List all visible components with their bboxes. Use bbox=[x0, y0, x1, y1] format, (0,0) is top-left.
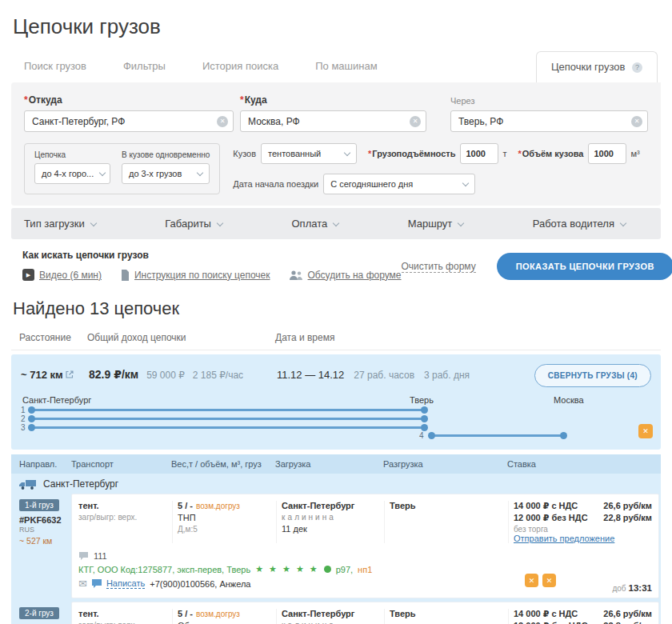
close-chain-icon[interactable]: ✕ bbox=[638, 424, 653, 438]
tab-search-history[interactable]: История поиска bbox=[202, 60, 278, 82]
chain-dates: 11.12 — 14.12 27 раб. часов 3 раб. дня bbox=[277, 369, 534, 381]
help-section: Как искать цепочки грузов ▶ Видео (6 мин… bbox=[11, 239, 661, 281]
capacity-input[interactable] bbox=[460, 143, 498, 164]
date-range: 11.12 — 14.12 bbox=[277, 369, 344, 381]
page: Цепочки грузов Поиск грузов Фильтры Исто… bbox=[0, 0, 672, 624]
cargo-id[interactable]: #PKF6632 bbox=[19, 515, 68, 525]
forum-link[interactable]: Обсудить на форуме bbox=[290, 270, 402, 281]
via-label: Через bbox=[450, 96, 648, 106]
clear-icon[interactable]: ✕ bbox=[631, 116, 642, 127]
city-group-row: Санкт-Петербург bbox=[11, 474, 661, 494]
route-segment-number: 3 bbox=[21, 423, 26, 432]
tab-cargo-chains-active[interactable]: Цепочки грузов ? bbox=[536, 51, 658, 82]
write-link[interactable]: Написать bbox=[106, 578, 145, 589]
to-input[interactable] bbox=[240, 110, 426, 132]
cargo-rate-cell: 14 000 ₽ с НДС26,6 руб/км 12 000 ₽ без Н… bbox=[508, 501, 658, 543]
filter-route[interactable]: Маршрут bbox=[408, 218, 463, 230]
play-icon: ▶ bbox=[22, 269, 34, 281]
start-date-select[interactable]: С сегодняшнего дня bbox=[323, 174, 475, 194]
collapse-cargos-button[interactable]: СВЕРНУТЬ ГРУЗЫ (4) bbox=[534, 364, 651, 387]
cargo-transport-cell: тент. загр/выгр: верх. bbox=[72, 609, 172, 624]
volume-input[interactable] bbox=[588, 143, 626, 164]
cargo-transport-cell: тент. загр/выгр: верх. bbox=[72, 501, 172, 543]
envelope-icon[interactable]: ✉ bbox=[78, 578, 87, 590]
tab-cargo-chains-label: Цепочки грузов bbox=[551, 61, 625, 73]
chevron-down-icon bbox=[620, 219, 626, 226]
th-transport: Транспорт bbox=[71, 459, 171, 469]
chevron-down-icon bbox=[458, 219, 464, 226]
column-distance: Расстояние bbox=[19, 332, 87, 343]
body-type-select[interactable]: тентованный bbox=[261, 143, 357, 164]
clear-icon[interactable]: ✕ bbox=[410, 116, 421, 127]
start-date-label: Дата начала поездки bbox=[233, 179, 318, 189]
income-per-hour: 2 185 ₽/час bbox=[193, 370, 243, 381]
route-segment-number: 1 bbox=[21, 406, 26, 414]
route-diagram: Санкт-Петербург Тверь Москва 1 2 3 4 bbox=[21, 395, 651, 445]
chevron-down-icon bbox=[217, 219, 223, 226]
truck-icon bbox=[19, 479, 37, 490]
route-line-2 bbox=[29, 418, 427, 420]
alert-icon[interactable]: ✕ bbox=[542, 574, 556, 587]
chain-label: Цепочка bbox=[34, 150, 110, 159]
th-rate: Ставка bbox=[507, 459, 653, 469]
chevron-down-icon bbox=[99, 169, 106, 175]
filter-payment[interactable]: Оплата bbox=[292, 218, 339, 230]
search-form-panel: *Откуда ✕ *Куда ✕ Через ✕ bbox=[11, 82, 661, 206]
via-field: Через ✕ bbox=[450, 94, 648, 132]
filter-driver-work[interactable]: Работа водителя bbox=[533, 218, 626, 230]
clear-icon[interactable]: ✕ bbox=[217, 116, 228, 127]
th-unloading: Разгрузка bbox=[383, 459, 507, 469]
volume-label: *Объём кузова bbox=[518, 149, 583, 158]
tabs-row: Поиск грузов Фильтры История поиска По м… bbox=[11, 52, 661, 82]
th-direction: Направл. bbox=[19, 459, 71, 469]
route-city-moscow: Москва bbox=[554, 395, 584, 405]
alert-icon[interactable]: ✕ bbox=[525, 574, 538, 587]
together-label: В кузове одновременно bbox=[122, 150, 210, 159]
send-offer-link[interactable]: Отправить предложение bbox=[514, 534, 614, 543]
filter-loading-type[interactable]: Тип загрузки bbox=[24, 218, 96, 230]
total-income: 59 000 ₽ bbox=[146, 370, 185, 381]
document-icon bbox=[121, 270, 130, 281]
chain-field: Цепочка до 4-х горо... bbox=[34, 150, 110, 187]
video-link[interactable]: ▶ Видео (6 мин) bbox=[22, 269, 102, 281]
cargo-distance: ~ 527 км bbox=[19, 536, 68, 546]
instruction-link[interactable]: Инструкция по поиску цепочек bbox=[121, 270, 270, 281]
external-link-icon[interactable] bbox=[66, 370, 74, 378]
filter-bar: Тип загрузки Габариты Оплата Маршрут Раб… bbox=[11, 208, 661, 239]
to-field: *Куда ✕ bbox=[240, 94, 426, 132]
route-segment-number: 2 bbox=[21, 414, 26, 423]
company-link[interactable]: КТГ, ООО Код:1275877, эксп-перев, Тверь bbox=[78, 565, 250, 574]
results-title: Найдено 13 цепочек bbox=[11, 298, 661, 319]
show-chains-button[interactable]: ПОКАЗАТЬ ЦЕПОЧКИ ГРУЗОВ bbox=[497, 253, 672, 280]
cargo-loading-cell: Санкт-Петербург калинина 11 дек bbox=[276, 609, 384, 624]
clear-form-link[interactable]: Очистить форму bbox=[402, 261, 476, 273]
cargo-unloading-cell: Тверь bbox=[384, 609, 508, 624]
comment-icon[interactable] bbox=[78, 551, 89, 561]
help-icon[interactable]: ? bbox=[632, 62, 642, 73]
chevron-down-icon bbox=[333, 219, 339, 226]
chain-select[interactable]: до 4-х горо... bbox=[34, 163, 110, 184]
chain-distance: ~ 712 км bbox=[21, 369, 89, 381]
chevron-down-icon bbox=[90, 219, 96, 226]
chevron-down-icon bbox=[344, 149, 350, 155]
route-city-tver: Тверь bbox=[410, 395, 434, 405]
cargo-table-header: Направл. Транспорт Вес,т / объём, м³, гр… bbox=[11, 454, 661, 474]
together-select[interactable]: до 3-х грузов bbox=[122, 163, 210, 184]
from-field: *Откуда ✕ bbox=[24, 94, 234, 132]
filter-dimensions[interactable]: Габариты bbox=[165, 218, 222, 230]
rating-dot-icon bbox=[324, 566, 331, 573]
column-datetime: Дата и время bbox=[275, 332, 653, 343]
via-input[interactable] bbox=[450, 110, 648, 132]
tab-by-trucks[interactable]: По машинам bbox=[315, 60, 377, 82]
tab-filters[interactable]: Фильтры bbox=[123, 60, 166, 82]
people-icon bbox=[290, 270, 303, 280]
tab-cargo-search[interactable]: Поиск грузов bbox=[24, 60, 86, 82]
chat-icon[interactable] bbox=[92, 579, 102, 588]
cargo-row: 1-й груз #PKF6632 RUS ~ 527 км тент. заг… bbox=[11, 494, 661, 602]
together-field: В кузове одновременно до 3-х грузов bbox=[122, 150, 210, 187]
cargo-row: 2-й груз #PKF6629 RUS ~ 527 км тент. заг… bbox=[11, 602, 661, 624]
from-input[interactable] bbox=[24, 110, 234, 132]
cargo-badge: 2-й груз bbox=[19, 607, 59, 619]
cargo-weight-cell: 5 / -возм.догруз Оборудование и запчасти… bbox=[172, 609, 276, 624]
cargo-card: тент. загр/выгр: верх. 5 / -возм.догруз … bbox=[71, 494, 659, 598]
